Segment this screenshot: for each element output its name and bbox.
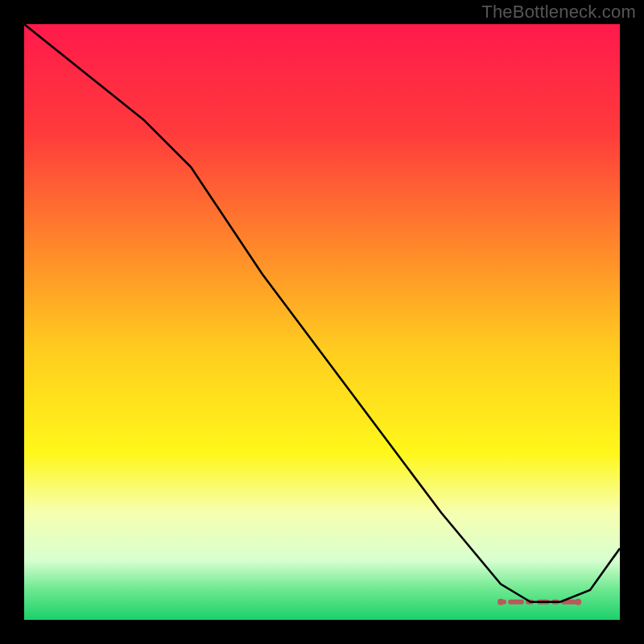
chart-svg: [24, 24, 620, 620]
chart-frame: TheBottleneck.com: [0, 0, 644, 644]
svg-point-1: [497, 599, 504, 605]
svg-point-2: [575, 599, 581, 605]
watermark-text: TheBottleneck.com: [481, 2, 636, 23]
gradient-background: [24, 24, 620, 620]
plot-area: [24, 24, 620, 620]
